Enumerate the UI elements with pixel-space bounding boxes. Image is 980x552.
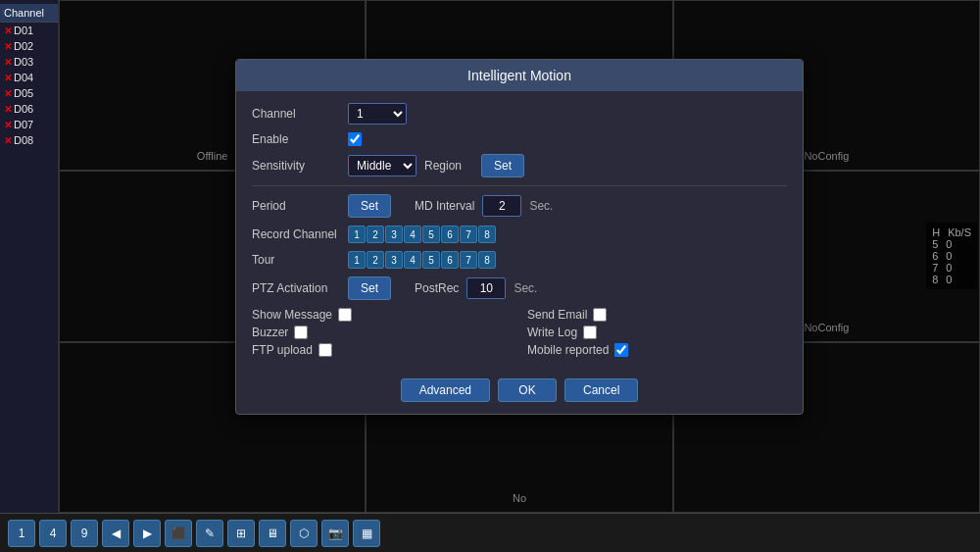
record-channel-nums: 12345678 (348, 226, 496, 243)
toolbar-btn-network[interactable]: ⬡ (290, 520, 318, 547)
record-ch-btn-7[interactable]: 7 (460, 226, 477, 243)
enable-label: Enable (252, 132, 340, 146)
content-area: Offline NoConfig NoConfig No NoConfig H … (59, 0, 980, 513)
record-channel-row: Record Channel 12345678 (252, 226, 787, 243)
channel-label-d04: D04 (14, 72, 33, 83)
sensitivity-select[interactable]: Low Middle High (348, 155, 416, 176)
toolbar-btn-main-view[interactable]: ⬛ (165, 520, 192, 547)
tour-ch-btn-7[interactable]: 7 (460, 251, 477, 269)
sidebar-item-d02[interactable]: ✕D02 (0, 38, 58, 54)
status-icon-d07: ✕ (4, 120, 12, 130)
cancel-button[interactable]: Cancel (564, 378, 638, 402)
write-log-checkbox[interactable] (583, 326, 597, 339)
channel-select[interactable]: 1 (348, 103, 407, 125)
toolbar-btn-prev[interactable]: ◀ (102, 520, 129, 547)
postrec-unit: Sec. (514, 281, 537, 295)
tour-ch-btn-6[interactable]: 6 (441, 251, 459, 269)
toolbar-btn-menu[interactable]: ▦ (353, 520, 380, 547)
sidebar-item-d07[interactable]: ✕D07 (0, 117, 58, 132)
ftp-checkbox[interactable] (318, 343, 332, 357)
bottom-toolbar: 149◀▶⬛✎⊞🖥⬡📷▦ (0, 513, 980, 552)
tour-ch-btn-5[interactable]: 5 (422, 251, 440, 269)
mobile-label: Mobile reported (527, 343, 609, 357)
sidebar: Channel ✕D01✕D02✕D03✕D04✕D05✕D06✕D07✕D08 (0, 0, 59, 513)
status-icon-d01: ✕ (4, 25, 12, 36)
write-log-label: Write Log (527, 326, 577, 339)
md-interval-label: MD Interval (415, 199, 474, 213)
channel-label-d02: D02 (14, 40, 33, 52)
sidebar-item-d08[interactable]: ✕D08 (0, 132, 58, 148)
cell-8-label: No (513, 492, 526, 504)
divider-1 (252, 185, 787, 186)
period-label: Period (252, 199, 340, 213)
tour-ch-btn-3[interactable]: 3 (385, 251, 403, 269)
buzzer-checkbox[interactable] (294, 326, 308, 339)
write-log-row: Write Log (527, 326, 787, 339)
intelligent-motion-dialog: Intelligent Motion Channel 1 Enable (235, 59, 804, 415)
toolbar-btn-edit[interactable]: ✎ (196, 520, 223, 547)
toolbar-btn-four-view[interactable]: 4 (39, 520, 67, 547)
sidebar-item-d01[interactable]: ✕D01 (0, 23, 58, 38)
dialog-title: Intelligent Motion (236, 60, 803, 91)
period-set-button[interactable]: Set (348, 194, 391, 218)
channel-row: Channel 1 (252, 103, 787, 125)
options-grid: Show Message Send Email Buzzer Writ (252, 308, 787, 357)
enable-row: Enable (252, 132, 787, 146)
sidebar-item-d03[interactable]: ✕D03 (0, 54, 58, 70)
toolbar-btn-camera[interactable]: 📷 (321, 520, 349, 547)
tour-ch-btn-2[interactable]: 2 (367, 251, 384, 269)
record-ch-btn-6[interactable]: 6 (441, 226, 459, 243)
record-ch-btn-5[interactable]: 5 (422, 226, 440, 243)
mobile-checkbox[interactable] (614, 343, 628, 357)
status-icon-d05: ✕ (4, 88, 12, 99)
channel-label-d05: D05 (14, 87, 33, 99)
dialog-overlay: Intelligent Motion Channel 1 Enable (59, 0, 980, 474)
tour-ch-btn-1[interactable]: 1 (348, 251, 366, 269)
channel-label-d01: D01 (14, 25, 33, 36)
record-ch-btn-2[interactable]: 2 (367, 226, 384, 243)
send-email-checkbox[interactable] (593, 308, 607, 322)
status-icon-d04: ✕ (4, 73, 12, 83)
region-label: Region (424, 159, 473, 173)
toolbar-btn-display[interactable]: 🖥 (259, 520, 286, 547)
dialog-footer: Advanced OK Cancel (236, 369, 803, 414)
toolbar-btn-pip[interactable]: ⊞ (227, 520, 255, 547)
period-md-row: Period Set MD Interval Sec. (252, 194, 787, 218)
record-ch-btn-4[interactable]: 4 (404, 226, 421, 243)
sensitivity-row: Sensitivity Low Middle High Region Set (252, 154, 787, 177)
channel-label-d07: D07 (14, 119, 33, 130)
status-icon-d08: ✕ (4, 135, 12, 146)
toolbar-btn-nine-view[interactable]: 9 (71, 520, 98, 547)
sidebar-item-d06[interactable]: ✕D06 (0, 101, 58, 117)
channel-label-d08: D08 (14, 134, 33, 146)
sidebar-header: Channel (0, 4, 58, 23)
tour-ch-btn-8[interactable]: 8 (478, 251, 496, 269)
postrec-input[interactable] (466, 277, 506, 299)
record-ch-btn-3[interactable]: 3 (385, 226, 403, 243)
main-layout: Channel ✕D01✕D02✕D03✕D04✕D05✕D06✕D07✕D08… (0, 0, 980, 552)
record-ch-btn-8[interactable]: 8 (478, 226, 496, 243)
show-message-checkbox[interactable] (338, 308, 352, 322)
buzzer-row: Buzzer (252, 326, 512, 339)
enable-checkbox[interactable] (348, 132, 362, 146)
show-message-label: Show Message (252, 308, 332, 322)
channel-label-d03: D03 (14, 56, 33, 68)
show-message-row: Show Message (252, 308, 512, 322)
sidebar-item-d05[interactable]: ✕D05 (0, 85, 58, 101)
region-set-button[interactable]: Set (481, 154, 524, 177)
sidebar-item-d04[interactable]: ✕D04 (0, 70, 58, 85)
channel-label: Channel (252, 107, 340, 121)
toolbar-btn-one-view[interactable]: 1 (8, 520, 35, 547)
ptz-set-button[interactable]: Set (348, 276, 391, 300)
sensitivity-label: Sensitivity (252, 159, 340, 173)
ok-button[interactable]: OK (498, 378, 557, 402)
ftp-row: FTP upload (252, 343, 512, 357)
tour-ch-btn-4[interactable]: 4 (404, 251, 421, 269)
md-interval-input[interactable] (482, 195, 521, 217)
advanced-button[interactable]: Advanced (401, 378, 490, 402)
toolbar-btn-next[interactable]: ▶ (133, 520, 161, 547)
record-ch-btn-1[interactable]: 1 (348, 226, 366, 243)
tour-channel-nums: 12345678 (348, 251, 496, 269)
status-icon-d02: ✕ (4, 41, 12, 52)
ptz-postrec-row: PTZ Activation Set PostRec Sec. (252, 276, 787, 300)
